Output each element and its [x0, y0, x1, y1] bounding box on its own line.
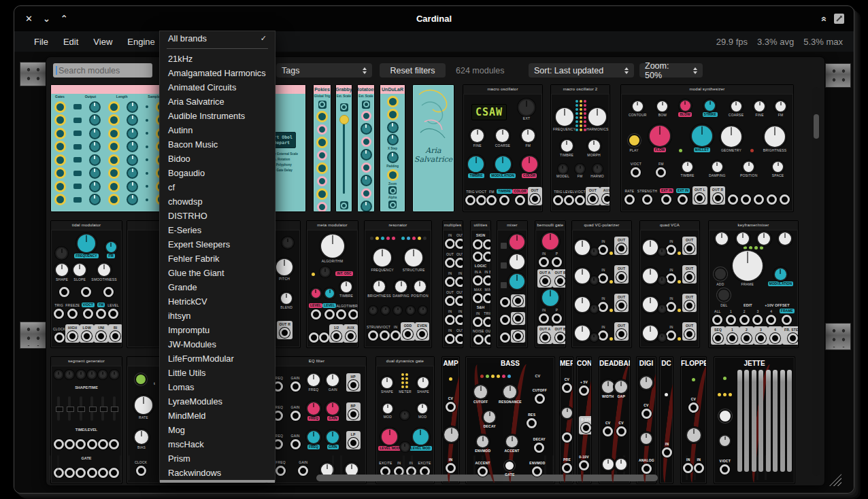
module-card[interactable]: GrabbyExt. Scale	[335, 84, 352, 212]
jack-icon	[473, 239, 483, 250]
brand-menu-item[interactable]: Grande	[160, 280, 275, 294]
module-card[interactable]: EQ filterFREQGAINFREQGAINHPFREQGAINFREQG…	[267, 356, 367, 484]
brand-menu-item[interactable]: LyraeModules	[160, 394, 275, 409]
module-card[interactable]: quad VC-polarizerINOUTINOUTINOUTINOUT	[571, 220, 632, 348]
module-control	[678, 337, 681, 341]
aria-control-icon	[316, 188, 328, 200]
module-card[interactable]: modal synthesizerCONTOURBOWBLOWSTRIKECOA…	[620, 84, 794, 212]
brand-menu-item[interactable]: Mog	[160, 423, 275, 437]
module-card[interactable]: BASSCVCUTOFFRESONANCECUTOFFDECAYRESENVMO…	[465, 356, 555, 484]
module-card[interactable]: keyframer/mixerADDFRAMEMODULATIONDELEDIT…	[708, 220, 799, 348]
brand-menu-item[interactable]: Rackwindows	[160, 466, 275, 480]
module-card[interactable]: multiplesINOUTOUTOUTININOUTOUTINININOUT	[442, 220, 463, 348]
module-card[interactable]: DCIN	[659, 356, 673, 484]
brand-menu-item[interactable]: LifeFormModular	[160, 351, 275, 366]
aria-control-icon	[387, 122, 399, 133]
brand-menu-item[interactable]: MindMeld	[160, 409, 275, 423]
module-body: X StepPaddingZoomAlpha	[380, 94, 405, 211]
module-card[interactable]: DIGICVANALOG	[636, 356, 656, 484]
reset-filters-button[interactable]: Reset filters	[380, 63, 446, 78]
module-card[interactable]: AriaSalvatrice	[412, 84, 454, 212]
search-input[interactable]: Search modules	[53, 63, 152, 78]
vertical-scrollbar-thumb[interactable]	[814, 114, 819, 139]
module-card[interactable]: PokiesGlobal Trig	[313, 84, 331, 212]
jack-icon	[390, 330, 401, 341]
control-label: IN	[448, 233, 452, 237]
module-card[interactable]: macro oscillatorCSAWEXTFINECOARSEFMTIMBR…	[463, 84, 543, 212]
collapse-panel-icon[interactable]: «	[819, 16, 830, 22]
tags-select[interactable]: Tags	[276, 63, 372, 78]
module-control: ADD	[714, 267, 727, 286]
brand-menu-item[interactable]: Animated Circuits	[160, 80, 275, 94]
module-card[interactable]: mixer	[497, 220, 528, 348]
control-label: GAIN	[329, 388, 337, 392]
brand-menu-item[interactable]: Expert Sleepers	[160, 237, 275, 252]
vertical-scrollbar[interactable]	[812, 87, 820, 476]
sort-select[interactable]: Sort: Last updated	[529, 63, 634, 78]
control-label: CUTOFF	[473, 400, 488, 404]
module-card[interactable]: FLOPPERCVININ	[680, 356, 707, 484]
control-label: FM	[525, 143, 531, 148]
brand-menu-item[interactable]: Prism	[160, 451, 275, 466]
module-card[interactable]: resonatorFREQUENCYSTRUCTUREBRIGHTNESSDAM…	[364, 220, 432, 348]
zoom-select[interactable]: Zoom: 50%	[639, 63, 703, 78]
brand-menu-item[interactable]: DISTRHO	[160, 209, 275, 223]
brand-menu-item[interactable]: ihtsyn	[160, 309, 275, 323]
resize-grip[interactable]	[829, 474, 841, 486]
module-card[interactable]: UnDuLaRX StepPaddingZoomAlpha	[380, 84, 405, 212]
module-card[interactable]: MERACVPRE	[559, 356, 573, 484]
module-card[interactable]: meta modulatorALGORITHMINT. OSCTIMBRELEV…	[306, 220, 358, 348]
module-control: ALGORITHM	[321, 235, 344, 263]
brand-menu-item[interactable]: chowdsp	[160, 194, 275, 209]
menu-item-engine[interactable]: Engine	[120, 37, 162, 47]
brand-menu-item[interactable]: Bogaudio	[160, 166, 275, 180]
module-card[interactable]: quad VCAINOUTINOUTINOUTINOUT	[639, 220, 700, 348]
module-card[interactable]: utilitiesSIGNLOGICIN AIN BMAXMINS&HINTRI…	[470, 220, 491, 348]
module-control: FREQ	[276, 460, 286, 476]
brand-menu-item[interactable]: 21kHz	[160, 52, 275, 66]
brand-menu-item[interactable]: E-Series	[160, 223, 275, 237]
module-card[interactable]: segment generatorSHAPE/TIMETIME/LEVELGAT…	[50, 356, 122, 484]
brand-menu-item[interactable]: Bacon Music	[160, 137, 275, 152]
brand-menu-item[interactable]: Glue the Giant	[160, 266, 275, 280]
brand-menu-item[interactable]: mscHack	[160, 437, 275, 451]
module-card[interactable]: CONV+ 5V0-10V0-10V	[576, 356, 592, 484]
module-card[interactable]: AMPCVIN	[441, 356, 460, 484]
brand-menu-item[interactable]: JW-Modules	[160, 337, 275, 351]
brand-menu-item[interactable]: Impromptu	[160, 323, 275, 337]
module-control: BI	[108, 324, 122, 343]
brand-menu-item[interactable]: Bidoo	[160, 152, 275, 166]
module-card[interactable]: tidal modulatorFREQUENCYFMSHAPESLOPESMOO…	[50, 220, 122, 348]
brand-menu-item[interactable]: Amalgamated Harmonics	[160, 66, 275, 80]
brand-menu-item[interactable]: Aria Salvatrice	[160, 94, 275, 109]
brand-menu-item[interactable]: HetrickCV	[160, 294, 275, 309]
titlebar[interactable]: ✕ ⌄ ⌃ Cardinal «	[14, 6, 854, 31]
corner-tool-icon[interactable]	[834, 14, 844, 24]
brand-menu-item[interactable]: Audible Instruments	[160, 109, 275, 123]
menu-item-file[interactable]: File	[27, 37, 56, 47]
jack-panel: FR. STEP	[782, 326, 799, 345]
knob-icon	[559, 165, 567, 173]
brand-menu-item[interactable]: Lomas	[160, 380, 275, 394]
module-card[interactable]: DEADBANDWIDTHGAPCVCV	[599, 356, 631, 484]
module-card[interactable]: RotatoesExt. Scale	[357, 84, 375, 212]
module-control: EXT IN	[676, 188, 690, 205]
module-card[interactable]: dual dynamics gateSHAPEMETERSHAPEMODMODL…	[375, 356, 435, 484]
module-card[interactable]: macro oscillator 2FREQUENCYHARMONICSTIMB…	[550, 84, 610, 212]
control-label: BRIGHTNESS	[367, 294, 391, 298]
brand-menu-item-all[interactable]: All brands✓	[160, 31, 275, 46]
brand-menu-item[interactable]: cf	[160, 180, 275, 194]
module-control: 2	[739, 309, 750, 325]
module-card[interactable]: bernoulli gateINPOUT AOUT BINPOUT AOUT B	[535, 220, 566, 348]
menu-item-edit[interactable]: Edit	[56, 37, 86, 47]
control-label: EXCITE	[418, 461, 431, 465]
control-label: TIMBRE	[339, 294, 353, 298]
module-row: FREQGAIN	[269, 460, 364, 476]
brand-menu-item[interactable]: Little Utils	[160, 366, 275, 380]
menu-item-view[interactable]: View	[86, 37, 120, 47]
module-card[interactable]: JETTEV/OCT	[714, 356, 795, 484]
brand-menu-item[interactable]: Fehler Fabrik	[160, 252, 275, 266]
brand-menu-item[interactable]: Autinn	[160, 123, 275, 137]
aria-control-icon	[387, 96, 399, 107]
module-control	[395, 307, 401, 313]
